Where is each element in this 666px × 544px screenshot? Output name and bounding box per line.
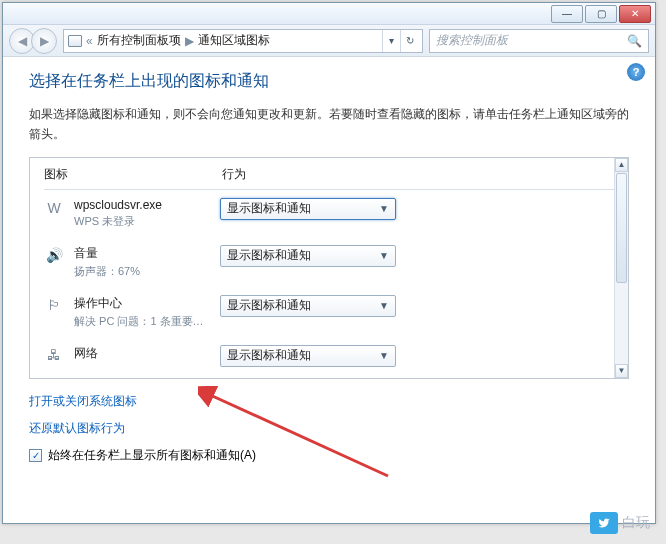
behavior-dropdown[interactable]: 显示图标和通知▼: [220, 295, 396, 317]
maximize-button[interactable]: ▢: [585, 5, 617, 23]
notification-item: 🖧网络显示图标和通知▼: [30, 337, 614, 375]
breadcrumb-all-items[interactable]: 所有控制面板项: [97, 32, 181, 49]
links-section: 打开或关闭系统图标 还原默认图标行为 ✓ 始终在任务栏上显示所有图标和通知(A): [29, 393, 629, 464]
item-title: wpscloudsvr.exe: [74, 198, 210, 212]
notification-item: Wwpscloudsvr.exeWPS 未登录显示图标和通知▼: [30, 190, 614, 237]
close-button[interactable]: ✕: [619, 5, 651, 23]
breadcrumb-sep-icon: ▶: [185, 34, 194, 48]
behavior-dropdown[interactable]: 显示图标和通知▼: [220, 198, 396, 220]
always-show-row: ✓ 始终在任务栏上显示所有图标和通知(A): [29, 447, 629, 464]
notification-item: 🔊音量扬声器：67%显示图标和通知▼: [30, 237, 614, 287]
page-description: 如果选择隐藏图标和通知，则不会向您通知更改和更新。若要随时查看隐藏的图标，请单击…: [29, 104, 629, 145]
chevron-down-icon: ▼: [379, 350, 389, 361]
help-button[interactable]: ?: [627, 63, 645, 81]
behavior-cell: 显示图标和通知▼: [220, 245, 396, 267]
item-text: 音量扬声器：67%: [74, 245, 210, 279]
search-placeholder: 搜索控制面板: [436, 32, 508, 49]
item-text: 网络: [74, 345, 210, 362]
item-title: 音量: [74, 245, 210, 262]
address-bar[interactable]: « 所有控制面板项 ▶ 通知区域图标 ▾ ↻: [63, 29, 423, 53]
behavior-value: 显示图标和通知: [227, 297, 311, 314]
toggle-system-icons-link[interactable]: 打开或关闭系统图标: [29, 393, 629, 410]
search-input[interactable]: 搜索控制面板 🔍: [429, 29, 649, 53]
scroll-thumb[interactable]: [616, 173, 627, 283]
item-text: wpscloudsvr.exeWPS 未登录: [74, 198, 210, 229]
nav-arrows: ◀ ▶: [9, 28, 57, 54]
chevron-down-icon: ▼: [379, 300, 389, 311]
always-show-label: 始终在任务栏上显示所有图标和通知(A): [48, 447, 256, 464]
nav-bar: ◀ ▶ « 所有控制面板项 ▶ 通知区域图标 ▾ ↻ 搜索控制面板 🔍: [3, 25, 655, 57]
address-dropdown-icon[interactable]: ▾: [382, 30, 400, 52]
item-app-icon: 🏳: [44, 295, 64, 315]
scroll-down-button[interactable]: ▼: [615, 364, 628, 378]
panel-body: Wwpscloudsvr.exeWPS 未登录显示图标和通知▼🔊音量扬声器：67…: [30, 190, 614, 378]
item-app-icon: 🖧: [44, 345, 64, 365]
notification-item: 🏳操作中心解决 PC 问题：1 条重要…显示图标和通知▼: [30, 287, 614, 337]
item-title: 网络: [74, 345, 210, 362]
behavior-dropdown[interactable]: 显示图标和通知▼: [220, 245, 396, 267]
breadcrumb-prefix: «: [86, 34, 93, 48]
item-app-icon: 🔊: [44, 245, 64, 265]
item-app-icon: W: [44, 198, 64, 218]
behavior-cell: 显示图标和通知▼: [220, 345, 396, 367]
watermark-text: 白玩: [622, 514, 650, 532]
search-icon[interactable]: 🔍: [627, 34, 642, 48]
address-buttons: ▾ ↻: [382, 30, 418, 52]
panel-header: 图标 行为: [30, 158, 628, 189]
control-panel-icon: [68, 35, 82, 47]
item-title: 操作中心: [74, 295, 210, 312]
restore-defaults-link[interactable]: 还原默认图标行为: [29, 420, 629, 437]
item-subtitle: 解决 PC 问题：1 条重要…: [74, 314, 210, 329]
scrollbar[interactable]: ▲ ▼: [614, 158, 628, 378]
behavior-cell: 显示图标和通知▼: [220, 198, 396, 220]
control-panel-window: — ▢ ✕ ◀ ▶ « 所有控制面板项 ▶ 通知区域图标 ▾ ↻ 搜索控制面板 …: [2, 2, 656, 524]
always-show-checkbox[interactable]: ✓: [29, 449, 42, 462]
behavior-value: 显示图标和通知: [227, 347, 311, 364]
breadcrumb-current[interactable]: 通知区域图标: [198, 32, 270, 49]
item-subtitle: 扬声器：67%: [74, 264, 210, 279]
watermark: 白玩: [590, 512, 650, 534]
item-text: 操作中心解决 PC 问题：1 条重要…: [74, 295, 210, 329]
item-subtitle: WPS 未登录: [74, 214, 210, 229]
content-area: ? 选择在任务栏上出现的图标和通知 如果选择隐藏图标和通知，则不会向您通知更改和…: [3, 57, 655, 523]
refresh-button[interactable]: ↻: [400, 30, 418, 52]
behavior-value: 显示图标和通知: [227, 247, 311, 264]
watermark-icon: [590, 512, 618, 534]
behavior-cell: 显示图标和通知▼: [220, 295, 396, 317]
window-titlebar: — ▢ ✕: [3, 3, 655, 25]
chevron-down-icon: ▼: [379, 203, 389, 214]
column-icon-header: 图标: [44, 166, 222, 183]
minimize-button[interactable]: —: [551, 5, 583, 23]
nav-forward-button[interactable]: ▶: [31, 28, 57, 54]
page-title: 选择在任务栏上出现的图标和通知: [29, 71, 629, 92]
column-behavior-header: 行为: [222, 166, 246, 183]
scroll-up-button[interactable]: ▲: [615, 158, 628, 172]
behavior-dropdown[interactable]: 显示图标和通知▼: [220, 345, 396, 367]
behavior-value: 显示图标和通知: [227, 200, 311, 217]
chevron-down-icon: ▼: [379, 250, 389, 261]
icons-panel: 图标 行为 Wwpscloudsvr.exeWPS 未登录显示图标和通知▼🔊音量…: [29, 157, 629, 379]
